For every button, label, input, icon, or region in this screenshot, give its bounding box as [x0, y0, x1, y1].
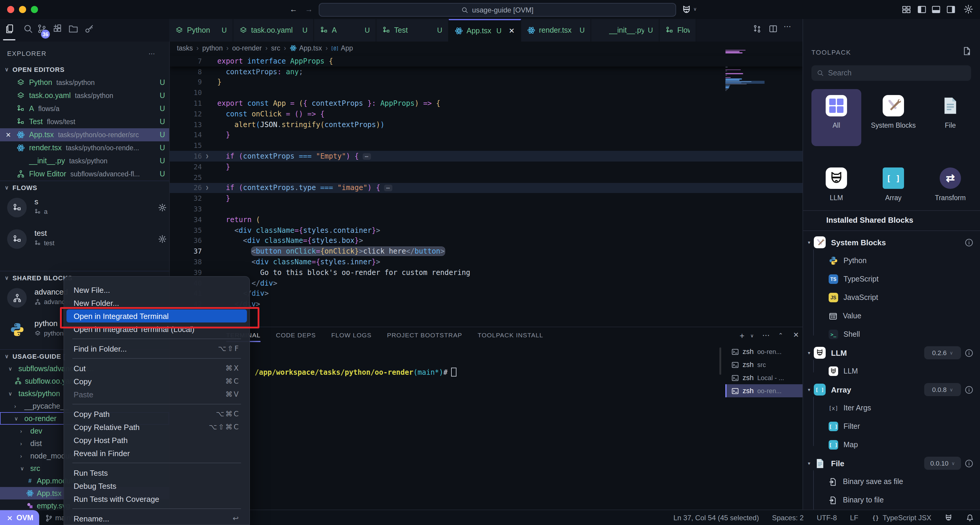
tab-render-tsx[interactable]: render.tsxU	[521, 19, 591, 41]
maximize-window-button[interactable]	[31, 6, 38, 13]
info-icon[interactable]	[964, 459, 974, 468]
toolpack-card-file[interactable]: File	[925, 89, 975, 146]
block-item-javascript[interactable]: JSJavaScript	[803, 290, 980, 305]
menu-item-copy-host-path[interactable]: Copy Host Path	[64, 434, 249, 447]
breadcrumb-item[interactable]: [@]App	[331, 45, 353, 52]
info-icon[interactable]	[964, 238, 974, 247]
menu-item-run-tests[interactable]: Run Tests	[64, 466, 249, 479]
fold-chevron-icon[interactable]: ❯	[203, 185, 211, 191]
panel-more-icon[interactable]: ⋯	[762, 331, 770, 340]
toolpack-search-input[interactable]: Search	[811, 65, 971, 81]
status-typescript-jsx[interactable]: {}TypeScript JSX	[871, 514, 931, 522]
code-line-33[interactable]: 33	[170, 204, 802, 214]
block-item-llm[interactable]: LLM	[803, 364, 980, 378]
editor-layout-icon[interactable]	[902, 5, 911, 14]
code-line-11[interactable]: 11export const App = ({ contextProps }: …	[170, 98, 802, 109]
toolpack-card-system-blocks[interactable]: System Blocks	[869, 89, 918, 146]
toggle-panel-left-icon[interactable]	[917, 5, 927, 14]
history-back-icon[interactable]: ←	[290, 5, 298, 14]
close-window-button[interactable]	[7, 6, 14, 13]
activity-search-icon[interactable]	[23, 24, 33, 34]
code-line-26[interactable]: 26❯ if (contextProps.type === "image") {…	[170, 183, 802, 193]
code-line-40[interactable]: 40 </div>	[170, 278, 802, 288]
tab-task-oo-yaml[interactable]: task.oo.yamlU	[233, 19, 314, 41]
group-caret-icon[interactable]: ▾	[808, 239, 814, 245]
menu-item-copy[interactable]: Copy⌘C	[64, 375, 249, 388]
group-caret-icon[interactable]: ▾	[808, 461, 814, 466]
status-bell[interactable]	[966, 514, 974, 522]
menu-item-rename-[interactable]: Rename...↩	[64, 512, 249, 525]
code-line-35[interactable]: 35 <div className={styles.container}>	[170, 225, 802, 236]
more-editor-actions-icon[interactable]: ⋯	[784, 22, 791, 31]
block-item-python[interactable]: Python	[803, 254, 980, 268]
open-editor-test[interactable]: Testflows/testU	[0, 115, 169, 128]
version-select[interactable]: 0.0.8∨	[924, 383, 961, 396]
new-terminal-icon[interactable]: +	[740, 331, 745, 340]
block-item-typescript[interactable]: TSTypeScript	[803, 272, 980, 286]
menu-item-copy-path[interactable]: Copy Path⌥⌘C	[64, 407, 249, 420]
code-line-42[interactable]: 42 </div>	[170, 299, 802, 310]
menu-item-run-tests-with-coverage[interactable]: Run Tests with Coverage	[64, 492, 249, 506]
code-line-25[interactable]: 25	[170, 172, 802, 183]
status-utf-8[interactable]: UTF-8	[817, 514, 837, 522]
activity-folder-icon[interactable]	[68, 24, 78, 34]
panel-tab-toolpack-install[interactable]: TOOLPACK INSTALL	[477, 327, 543, 343]
group-caret-icon[interactable]: ▾	[808, 350, 814, 356]
toggle-panel-bottom-icon[interactable]	[931, 5, 941, 14]
code-line-32[interactable]: 32 }	[170, 193, 802, 204]
code-line-39[interactable]: 39 Go to this block's oo-render for cust…	[170, 267, 802, 278]
menu-item-reveal-in-finder[interactable]: Reveal in Finder	[64, 447, 249, 460]
activity-key-icon[interactable]	[84, 24, 94, 34]
code-line-13[interactable]: 13 alert(JSON.stringify(contextProps))	[170, 120, 802, 130]
menu-item-copy-relative-path[interactable]: Copy Relative Path⌥⇧⌘C	[64, 420, 249, 434]
code-line-15[interactable]: 15	[170, 140, 802, 151]
terminal-list-item[interactable]: zshLocal - ...	[725, 371, 802, 384]
app-logo-cat-icon[interactable]	[681, 5, 692, 15]
status-cat[interactable]	[944, 514, 953, 522]
breadcrumb-item[interactable]: src	[271, 45, 280, 52]
tab--init-py[interactable]: __init__.pyU	[591, 19, 659, 41]
app-logo-chevron-icon[interactable]: ∨	[693, 6, 697, 12]
terminal-list-item[interactable]: zshoo-ren...	[725, 384, 802, 397]
block-item-filter[interactable]: [ ]Filter	[803, 419, 980, 434]
code-line-9[interactable]: 9}	[170, 77, 802, 88]
flows-header[interactable]: ∨FLOWS	[0, 180, 169, 194]
terminal-viewport[interactable]: /app/workspace/tasks/python/oo-render (m…	[170, 343, 725, 510]
flow-item-test[interactable]: testtest	[0, 226, 169, 256]
open-editor-task-oo-yaml[interactable]: task.oo.yamltasks/pythonU	[0, 89, 169, 102]
panel-tab-flow-logs[interactable]: FLOW LOGS	[331, 327, 372, 343]
terminal-dropdown-icon[interactable]: ∨	[750, 333, 754, 338]
tab-python[interactable]: PythonU	[169, 19, 233, 41]
menu-item-find-in-folder-[interactable]: Find in Folder...⌥⇧F	[64, 342, 249, 355]
breadcrumb-item[interactable]: tasks	[177, 45, 193, 52]
toggle-panel-right-icon[interactable]	[946, 5, 956, 14]
code-line-36[interactable]: 36 <div className={styles.box}>	[170, 236, 802, 246]
minimize-window-button[interactable]	[19, 6, 26, 13]
panel-tab-project-bootstrap[interactable]: PROJECT BOOTSTRAP	[387, 327, 462, 343]
command-center-search[interactable]: usage-guide [OVM]	[319, 3, 676, 17]
flow-settings-gear-icon[interactable]	[158, 203, 167, 212]
menu-item-debug-tests[interactable]: Debug Tests	[64, 479, 249, 492]
source-control-actions-icon[interactable]	[752, 24, 762, 33]
terminal-scrollbar[interactable]	[719, 348, 721, 375]
code-line-38[interactable]: 38 <div className={styles.inner}>	[170, 257, 802, 267]
open-editor-app-tsx[interactable]: ✕App.tsxtasks/python/oo-render/srcU	[0, 128, 169, 141]
history-forward-icon[interactable]: →	[305, 5, 313, 14]
close-panel-icon[interactable]: ✕	[793, 331, 799, 339]
code-line-34[interactable]: 34 return (	[170, 214, 802, 225]
code-editor[interactable]: tasks›python›oo-render›src›App.tsx›[@]Ap…	[170, 41, 802, 327]
breadcrumb[interactable]: tasks›python›oo-render›src›App.tsx›[@]Ap…	[177, 41, 353, 55]
code-line-41[interactable]: 41 </div>	[170, 288, 802, 299]
code-line-14[interactable]: 14 }	[170, 130, 802, 140]
code-line-16[interactable]: 16❯ if (contextProps === "Empty") {⋯	[170, 151, 802, 161]
new-toolpack-icon[interactable]	[962, 46, 972, 56]
status-lf[interactable]: LF	[850, 514, 858, 522]
version-select[interactable]: 0.2.6∨	[924, 346, 961, 359]
tab-a[interactable]: AU	[314, 19, 376, 41]
info-icon[interactable]	[964, 385, 974, 394]
flow-item-s[interactable]: sa	[0, 195, 169, 225]
open-editor-flow-editor[interactable]: Flow Editorsubflows/advanced-fl...U	[0, 168, 169, 180]
open-editor-python[interactable]: Pythontasks/pythonU	[0, 76, 169, 89]
explorer-more-icon[interactable]: ⋯	[148, 49, 155, 57]
code-line-37[interactable]: 37 <button onClick={onClick}>click here<…	[170, 246, 802, 257]
